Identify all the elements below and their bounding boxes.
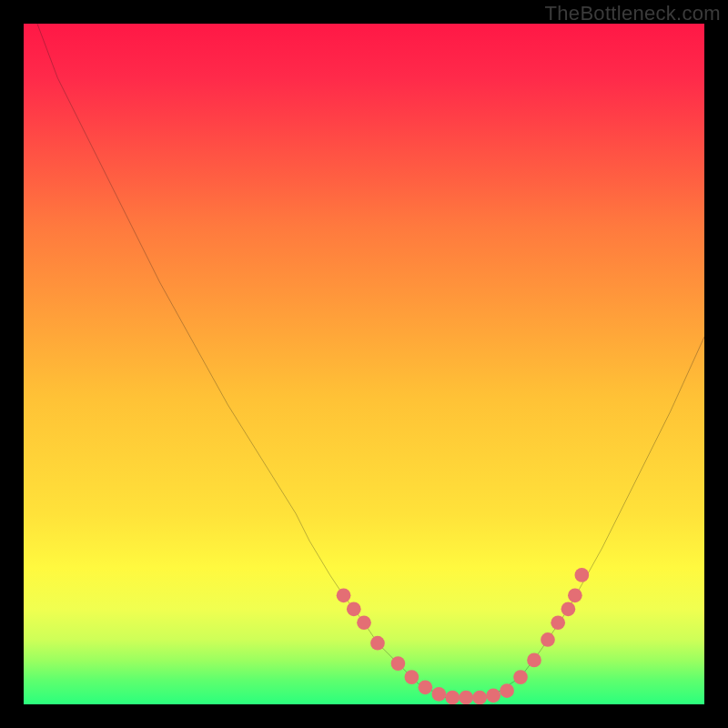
marker-dot [370, 636, 385, 651]
gradient-background [24, 24, 704, 704]
marker-dot [527, 653, 541, 668]
marker-dot [431, 687, 446, 702]
chart-frame: TheBottleneck.com [0, 0, 728, 728]
marker-dot [459, 691, 473, 704]
watermark-text: TheBottleneck.com [545, 2, 721, 25]
marker-dot [500, 683, 514, 698]
marker-dot [486, 688, 500, 703]
marker-dot [418, 680, 432, 694]
marker-dot [357, 615, 371, 630]
marker-dot [561, 602, 576, 616]
marker-dot [391, 656, 406, 671]
marker-dot [568, 588, 582, 602]
marker-dot [551, 615, 565, 630]
marker-dot [337, 588, 351, 602]
bottleneck-chart [24, 24, 704, 704]
marker-dot [575, 568, 590, 582]
marker-dot [541, 632, 555, 647]
marker-dot [472, 691, 487, 704]
marker-dot [513, 670, 528, 684]
marker-dot [405, 670, 420, 684]
marker-dot [347, 602, 361, 616]
marker-dot [445, 691, 460, 704]
